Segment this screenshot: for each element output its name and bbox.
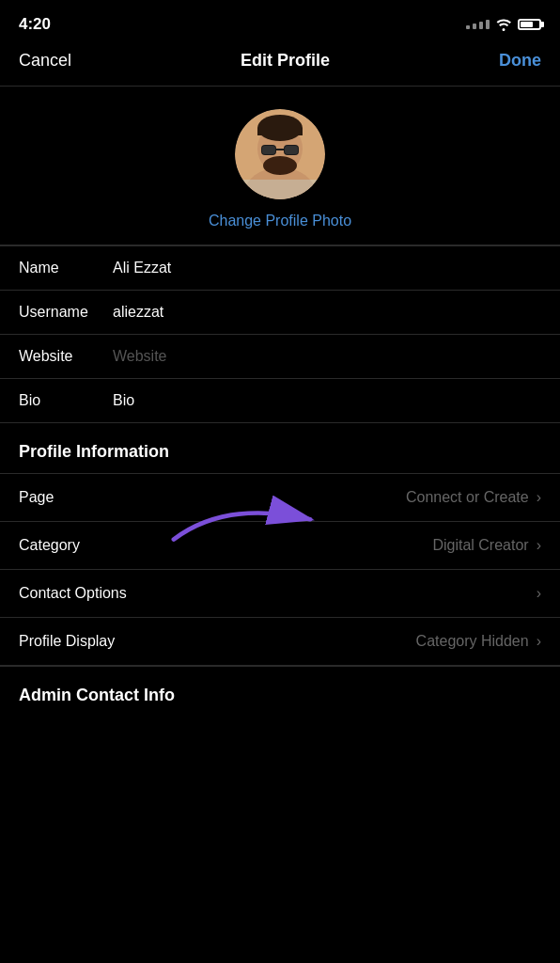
cancel-button[interactable]: Cancel	[19, 51, 71, 71]
page-value: Connect or Create	[406, 489, 529, 506]
status-icons	[466, 18, 541, 31]
page-category-section: Page Connect or Create › Category Digita…	[0, 474, 560, 570]
wifi-icon	[495, 18, 512, 31]
username-input[interactable]: aliezzat	[113, 304, 541, 321]
form-section: Name Ali Ezzat Username aliezzat Website…	[0, 245, 560, 423]
admin-contact-header: Admin Contact Info	[0, 666, 560, 717]
svg-point-7	[263, 156, 297, 175]
svg-rect-13	[235, 180, 325, 199]
status-bar: 4:20	[0, 0, 560, 41]
nav-bar: Cancel Edit Profile Done	[0, 41, 560, 86]
category-label: Category	[19, 537, 432, 554]
profile-info-section: Page Connect or Create › Category Digita…	[0, 473, 560, 666]
svg-rect-11	[262, 146, 275, 154]
change-photo-button[interactable]: Change Profile Photo	[209, 213, 351, 229]
profile-display-row[interactable]: Profile Display Category Hidden ›	[0, 618, 560, 666]
page-title: Edit Profile	[241, 51, 330, 71]
battery-icon	[518, 19, 541, 30]
profile-display-label: Profile Display	[19, 633, 416, 650]
done-button[interactable]: Done	[499, 51, 541, 71]
name-label: Name	[19, 260, 113, 276]
photo-section: Change Profile Photo	[0, 87, 560, 245]
status-time: 4:20	[19, 15, 51, 34]
profile-display-value: Category Hidden	[416, 633, 529, 650]
signal-icon	[466, 20, 490, 29]
bio-label: Bio	[19, 392, 113, 409]
name-input[interactable]: Ali Ezzat	[113, 260, 541, 276]
svg-rect-6	[257, 128, 303, 135]
username-row: Username aliezzat	[0, 291, 560, 335]
page-label: Page	[19, 489, 406, 506]
category-row[interactable]: Category Digital Creator ›	[0, 522, 560, 570]
avatar[interactable]	[235, 109, 325, 199]
page-row[interactable]: Page Connect or Create ›	[0, 474, 560, 522]
website-label: Website	[19, 348, 113, 365]
contact-options-chevron-icon: ›	[537, 585, 541, 602]
bio-input[interactable]: Bio	[113, 392, 541, 409]
bio-row: Bio Bio	[0, 379, 560, 423]
svg-rect-12	[285, 146, 298, 154]
name-row: Name Ali Ezzat	[0, 246, 560, 291]
website-input[interactable]: Website	[113, 348, 541, 365]
username-label: Username	[19, 304, 113, 321]
page-chevron-icon: ›	[537, 489, 541, 506]
contact-options-row[interactable]: Contact Options ›	[0, 570, 560, 618]
profile-display-chevron-icon: ›	[537, 633, 541, 650]
profile-info-header: Profile Information	[0, 423, 560, 473]
category-value: Digital Creator	[432, 537, 528, 554]
category-chevron-icon: ›	[537, 537, 541, 554]
contact-options-label: Contact Options	[19, 585, 529, 602]
website-row: Website Website	[0, 335, 560, 379]
